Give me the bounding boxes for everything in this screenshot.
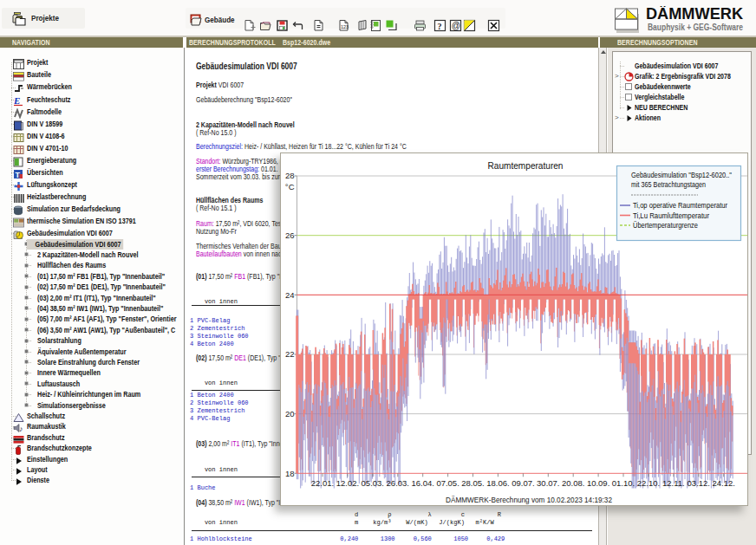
svg-text:28.05.: 28.05. [461,478,484,488]
svg-text:E: E [13,96,20,106]
svg-text:22.10.: 22.10. [637,478,660,488]
svg-text:05.03.: 05.03. [362,478,384,488]
svg-text:Ti,op operative Raumtemperatur: Ti,op operative Raumtemperatur [633,201,727,210]
svg-text:28: 28 [285,171,295,180]
svg-text:@: @ [452,21,460,30]
svg-text:10.09.: 10.09. [587,478,609,488]
svg-text:16.04.: 16.04. [411,478,433,488]
svg-text:DÄMMWERK: DÄMMWERK [646,6,743,23]
svg-text:24: 24 [285,290,295,300]
svg-text:123: 123 [341,24,349,29]
svg-text:24.12.: 24.12. [712,478,734,488]
svg-text:26.03.: 26.03. [387,478,409,488]
svg-text:Gebäudesimulation "Bsp12-6020.: Gebäudesimulation "Bsp12-6020.." [631,171,732,179]
svg-text:26: 26 [285,230,295,240]
svg-text:Raumtemperaturen: Raumtemperaturen [488,160,564,171]
svg-text:?: ? [438,22,442,31]
svg-text:12.02.: 12.02. [336,478,359,488]
svg-text:Ti,Lu Raumlufttemperatur: Ti,Lu Raumlufttemperatur [633,211,709,220]
svg-text:20: 20 [285,409,295,418]
svg-text:12.11.: 12.11. [662,478,685,488]
svg-text:DÄMMWERK-Berechnung vom 10.02.: DÄMMWERK-Berechnung vom 10.02.2023 14:19… [446,495,612,504]
svg-text:22: 22 [285,349,295,359]
svg-text:09.07.: 09.07. [512,478,534,488]
svg-text:Bauphysik + GEG-Software: Bauphysik + GEG-Software [648,23,743,32]
svg-text:mit 365 Betrachtungstagen: mit 365 Betrachtungstagen [631,180,706,189]
svg-text:01.10.: 01.10. [612,478,635,488]
svg-text:20.08.: 20.08. [562,478,584,488]
svg-text:30.07.: 30.07. [537,478,559,488]
svg-text:18: 18 [285,469,295,478]
svg-text:18.06.: 18.06. [486,478,509,488]
svg-text:07.05.: 07.05. [436,478,459,488]
svg-text:Übertemperaturgrenze: Übertemperaturgrenze [633,221,698,230]
svg-text:°C: °C [285,182,295,191]
svg-text:22.01.: 22.01. [311,478,334,488]
svg-text:03.12.: 03.12. [688,478,710,488]
